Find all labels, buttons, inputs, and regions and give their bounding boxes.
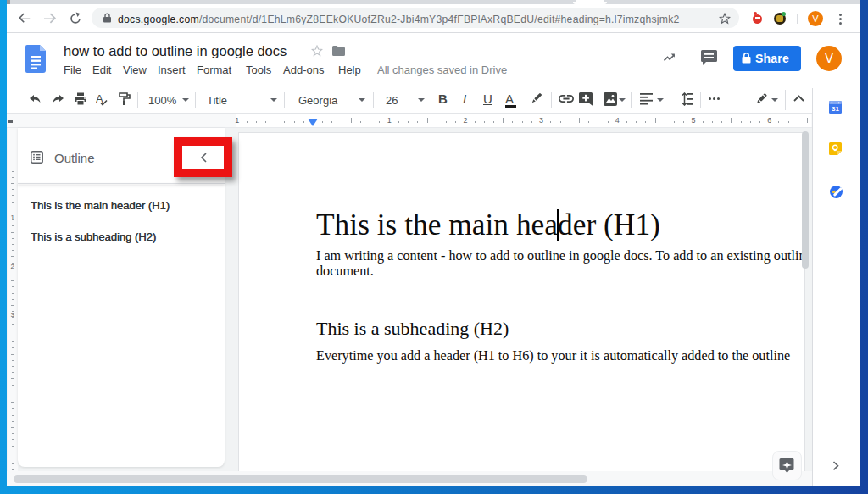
svg-text:A: A	[96, 92, 103, 105]
svg-text:31: 31	[832, 105, 839, 113]
